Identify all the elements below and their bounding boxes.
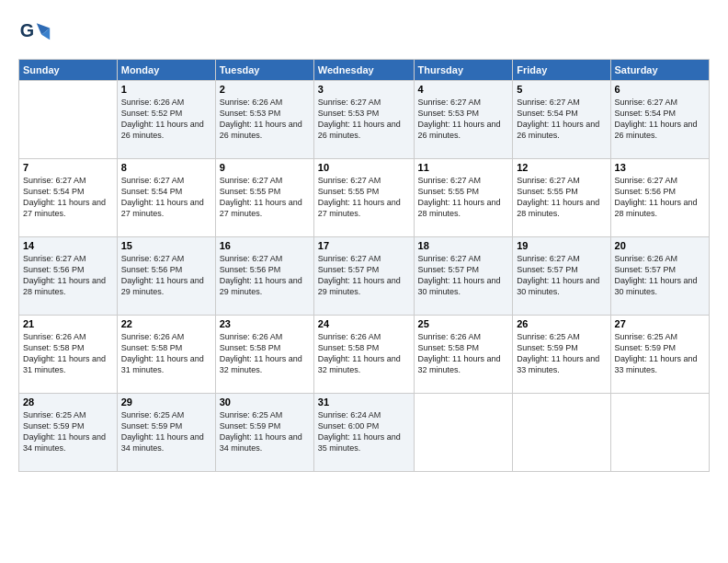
day-number: 11 <box>418 162 509 173</box>
calendar-cell: 20Sunrise: 6:26 AMSunset: 5:57 PMDayligh… <box>610 237 709 316</box>
day-detail: Sunrise: 6:26 AMSunset: 5:58 PMDaylight:… <box>23 331 113 376</box>
day-detail: Sunrise: 6:26 AMSunset: 5:58 PMDaylight:… <box>418 331 509 376</box>
calendar-cell: 6Sunrise: 6:27 AMSunset: 5:54 PMDaylight… <box>610 81 709 159</box>
day-number: 3 <box>318 84 410 95</box>
day-detail: Sunrise: 6:25 AMSunset: 5:59 PMDaylight:… <box>517 331 606 376</box>
day-number: 26 <box>517 318 606 329</box>
day-number: 29 <box>121 396 211 408</box>
day-detail: Sunrise: 6:27 AMSunset: 5:56 PMDaylight:… <box>615 175 705 220</box>
day-detail: Sunrise: 6:27 AMSunset: 5:55 PMDaylight:… <box>418 175 509 220</box>
calendar-cell: 9Sunrise: 6:27 AMSunset: 5:55 PMDaylight… <box>215 159 313 237</box>
day-detail: Sunrise: 6:27 AMSunset: 5:56 PMDaylight:… <box>121 253 211 298</box>
svg-text:G: G <box>20 20 34 40</box>
day-detail: Sunrise: 6:27 AMSunset: 5:57 PMDaylight:… <box>418 253 509 298</box>
calendar-cell: 7Sunrise: 6:27 AMSunset: 5:54 PMDaylight… <box>19 159 118 237</box>
day-number: 21 <box>23 318 113 329</box>
calendar-table: SundayMondayTuesdayWednesdayThursdayFrid… <box>18 59 710 472</box>
day-detail: Sunrise: 6:27 AMSunset: 5:53 PMDaylight:… <box>318 97 410 142</box>
general-blue-logo-icon: G <box>18 17 51 50</box>
calendar-cell: 15Sunrise: 6:27 AMSunset: 5:56 PMDayligh… <box>117 237 215 316</box>
calendar-header-monday: Monday <box>117 60 215 81</box>
calendar-cell: 31Sunrise: 6:24 AMSunset: 6:00 PMDayligh… <box>313 394 414 472</box>
day-number: 28 <box>23 396 113 408</box>
day-number: 4 <box>418 84 509 95</box>
day-number: 18 <box>418 240 509 251</box>
day-detail: Sunrise: 6:27 AMSunset: 5:55 PMDaylight:… <box>517 175 606 220</box>
day-number: 20 <box>615 240 705 251</box>
calendar-cell: 25Sunrise: 6:26 AMSunset: 5:58 PMDayligh… <box>414 316 513 394</box>
calendar-cell: 21Sunrise: 6:26 AMSunset: 5:58 PMDayligh… <box>19 316 118 394</box>
calendar-week-row: 7Sunrise: 6:27 AMSunset: 5:54 PMDaylight… <box>19 159 710 237</box>
day-number: 31 <box>318 396 410 408</box>
day-detail: Sunrise: 6:27 AMSunset: 5:57 PMDaylight:… <box>318 253 410 298</box>
day-number: 12 <box>517 162 606 173</box>
calendar-cell: 17Sunrise: 6:27 AMSunset: 5:57 PMDayligh… <box>313 237 414 316</box>
calendar-cell <box>414 394 513 472</box>
calendar-week-row: 14Sunrise: 6:27 AMSunset: 5:56 PMDayligh… <box>19 237 710 316</box>
calendar-week-row: 28Sunrise: 6:25 AMSunset: 5:59 PMDayligh… <box>19 394 710 472</box>
day-number: 2 <box>220 84 310 95</box>
day-number: 14 <box>23 240 113 251</box>
day-detail: Sunrise: 6:25 AMSunset: 5:59 PMDaylight:… <box>615 331 705 376</box>
calendar-cell: 5Sunrise: 6:27 AMSunset: 5:54 PMDaylight… <box>513 81 610 159</box>
day-detail: Sunrise: 6:27 AMSunset: 5:56 PMDaylight:… <box>220 253 310 298</box>
calendar-cell: 28Sunrise: 6:25 AMSunset: 5:59 PMDayligh… <box>19 394 118 472</box>
calendar-cell: 24Sunrise: 6:26 AMSunset: 5:58 PMDayligh… <box>313 316 414 394</box>
day-detail: Sunrise: 6:27 AMSunset: 5:53 PMDaylight:… <box>418 97 509 142</box>
day-number: 23 <box>220 318 310 329</box>
calendar-header-wednesday: Wednesday <box>313 60 414 81</box>
day-detail: Sunrise: 6:27 AMSunset: 5:57 PMDaylight:… <box>517 253 606 298</box>
calendar-cell: 27Sunrise: 6:25 AMSunset: 5:59 PMDayligh… <box>610 316 709 394</box>
calendar-cell: 22Sunrise: 6:26 AMSunset: 5:58 PMDayligh… <box>117 316 215 394</box>
day-number: 8 <box>121 162 211 173</box>
day-number: 27 <box>615 318 705 329</box>
calendar-cell: 16Sunrise: 6:27 AMSunset: 5:56 PMDayligh… <box>215 237 313 316</box>
day-detail: Sunrise: 6:26 AMSunset: 5:58 PMDaylight:… <box>318 331 410 376</box>
day-number: 19 <box>517 240 606 251</box>
calendar-cell: 2Sunrise: 6:26 AMSunset: 5:53 PMDaylight… <box>215 81 313 159</box>
calendar-week-row: 21Sunrise: 6:26 AMSunset: 5:58 PMDayligh… <box>19 316 710 394</box>
calendar-cell: 8Sunrise: 6:27 AMSunset: 5:54 PMDaylight… <box>117 159 215 237</box>
calendar-cell: 10Sunrise: 6:27 AMSunset: 5:55 PMDayligh… <box>313 159 414 237</box>
calendar-cell: 29Sunrise: 6:25 AMSunset: 5:59 PMDayligh… <box>117 394 215 472</box>
day-number: 30 <box>220 396 310 408</box>
calendar-cell <box>19 81 118 159</box>
calendar-cell: 14Sunrise: 6:27 AMSunset: 5:56 PMDayligh… <box>19 237 118 316</box>
day-detail: Sunrise: 6:27 AMSunset: 5:54 PMDaylight:… <box>615 97 705 142</box>
calendar-cell: 23Sunrise: 6:26 AMSunset: 5:58 PMDayligh… <box>215 316 313 394</box>
day-number: 17 <box>318 240 410 251</box>
calendar-cell: 3Sunrise: 6:27 AMSunset: 5:53 PMDaylight… <box>313 81 414 159</box>
calendar-cell: 1Sunrise: 6:26 AMSunset: 5:52 PMDaylight… <box>117 81 215 159</box>
page: G SundayMondayTuesdayWednesdayThursdayFr… <box>0 0 728 481</box>
day-detail: Sunrise: 6:27 AMSunset: 5:55 PMDaylight:… <box>318 175 410 220</box>
day-number: 15 <box>121 240 211 251</box>
day-number: 5 <box>517 84 606 95</box>
day-detail: Sunrise: 6:27 AMSunset: 5:54 PMDaylight:… <box>23 175 113 220</box>
day-detail: Sunrise: 6:27 AMSunset: 5:54 PMDaylight:… <box>121 175 211 220</box>
calendar-cell: 13Sunrise: 6:27 AMSunset: 5:56 PMDayligh… <box>610 159 709 237</box>
day-detail: Sunrise: 6:25 AMSunset: 5:59 PMDaylight:… <box>121 409 211 454</box>
day-detail: Sunrise: 6:26 AMSunset: 5:52 PMDaylight:… <box>121 97 211 142</box>
day-number: 22 <box>121 318 211 329</box>
day-number: 24 <box>318 318 410 329</box>
day-detail: Sunrise: 6:26 AMSunset: 5:58 PMDaylight:… <box>121 331 211 376</box>
day-number: 13 <box>615 162 705 173</box>
calendar-cell: 12Sunrise: 6:27 AMSunset: 5:55 PMDayligh… <box>513 159 610 237</box>
day-number: 10 <box>318 162 410 173</box>
calendar-cell: 26Sunrise: 6:25 AMSunset: 5:59 PMDayligh… <box>513 316 610 394</box>
day-detail: Sunrise: 6:26 AMSunset: 5:57 PMDaylight:… <box>615 253 705 298</box>
day-detail: Sunrise: 6:24 AMSunset: 6:00 PMDaylight:… <box>318 409 410 454</box>
calendar-cell: 18Sunrise: 6:27 AMSunset: 5:57 PMDayligh… <box>414 237 513 316</box>
day-detail: Sunrise: 6:27 AMSunset: 5:54 PMDaylight:… <box>517 97 606 142</box>
day-detail: Sunrise: 6:27 AMSunset: 5:55 PMDaylight:… <box>220 175 310 220</box>
calendar-header-row: SundayMondayTuesdayWednesdayThursdayFrid… <box>19 60 710 81</box>
logo: G <box>18 17 55 50</box>
day-detail: Sunrise: 6:26 AMSunset: 5:53 PMDaylight:… <box>220 97 310 142</box>
day-number: 16 <box>220 240 310 251</box>
calendar-header-saturday: Saturday <box>610 60 709 81</box>
calendar-cell <box>610 394 709 472</box>
calendar-header-sunday: Sunday <box>19 60 118 81</box>
day-number: 9 <box>220 162 310 173</box>
calendar-header-friday: Friday <box>513 60 610 81</box>
calendar-week-row: 1Sunrise: 6:26 AMSunset: 5:52 PMDaylight… <box>19 81 710 159</box>
